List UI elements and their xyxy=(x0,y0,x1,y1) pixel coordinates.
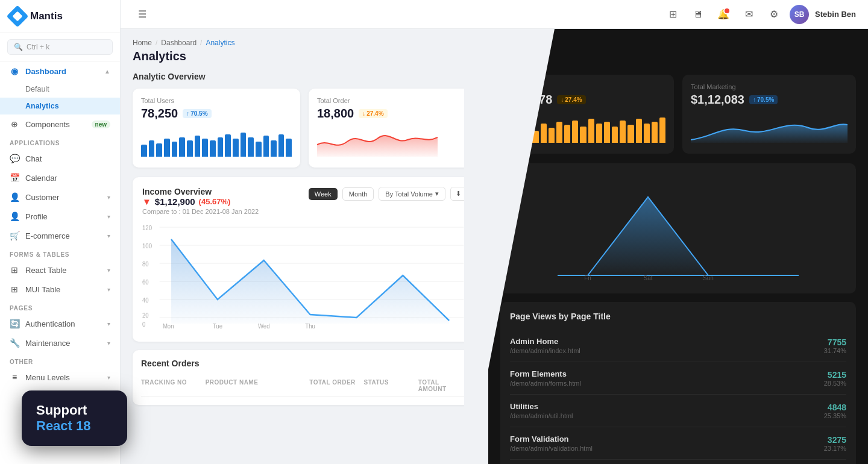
pv-percent-2: 25.35% xyxy=(824,412,846,419)
week-button[interactable]: Week xyxy=(309,188,338,200)
pv-right-0: 7755 31.74% xyxy=(824,337,846,354)
mail-icon[interactable]: ✉ xyxy=(739,5,758,24)
total-marketing-badge-value: 70.5% xyxy=(757,96,774,103)
col-product: Product Name xyxy=(206,379,305,392)
total-marketing-card: Total Marketing $1,12,083 ↑ 70.5% xyxy=(682,75,856,154)
dark-stats-spacer: Total Sales $35,078 ↓ 27.4% xyxy=(500,75,856,464)
sidebar-item-components[interactable]: ⊕ Components new xyxy=(0,114,120,134)
app-logo[interactable]: Mantis xyxy=(0,0,120,33)
grid-icon[interactable]: ⊞ xyxy=(663,5,682,24)
sidebar-item-auth[interactable]: 🔄 Authentication ▾ xyxy=(0,314,120,333)
chevron-down-icon: ▾ xyxy=(107,194,110,201)
stats-grid-light: Total Users 78,250 ↑ 70.5% Total Order xyxy=(133,89,476,168)
income-arrow-icon: ▼ xyxy=(142,196,151,207)
download-button[interactable]: ⬇ xyxy=(450,187,467,201)
recent-orders-title: Recent Orders xyxy=(141,359,468,368)
components-label: Components xyxy=(25,120,86,129)
svg-text:0: 0 xyxy=(142,321,146,328)
sidebar-item-chat[interactable]: 💬 Chat xyxy=(0,149,120,168)
mui-table-icon: ⊞ xyxy=(10,284,19,294)
auth-icon: 🔄 xyxy=(10,319,19,328)
pv-row-4: Modals /demo/admin/modals.html 3003 22.2… xyxy=(510,460,846,464)
sidebar-item-react-table[interactable]: ⊞ React Table ▾ xyxy=(0,260,120,280)
total-users-value-row: 78,250 ↑ 70.5% xyxy=(141,107,292,121)
sidebar-item-customer[interactable]: 👤 Customer ▾ xyxy=(0,187,120,207)
svg-text:60: 60 xyxy=(142,279,149,286)
topbar: ☰ ⊞ 🖥 🔔 ✉ ⚙ SB Stebin Ben xyxy=(121,0,868,29)
mui-table-label: MUI Table xyxy=(25,285,101,294)
chevron-down-icon-2: ▾ xyxy=(107,213,110,220)
sidebar-sub-default-label: Default xyxy=(25,85,49,93)
pv-name-3: Form Validation xyxy=(510,434,593,444)
pv-left-1: Form Elements /demo/admin/forms.html xyxy=(510,369,581,387)
ecommerce-icon: 🛒 xyxy=(10,231,19,240)
total-order-label: Total Order xyxy=(317,97,468,104)
income-percent: (45.67%) xyxy=(199,197,231,206)
svg-text:40: 40 xyxy=(142,297,149,304)
sidebar-item-mui-table[interactable]: ⊞ MUI Table ▾ xyxy=(0,280,120,299)
svg-text:100: 100 xyxy=(142,243,153,249)
applications-section-label: Applications xyxy=(0,134,120,149)
total-marketing-badge: ↑ 70.5% xyxy=(749,95,778,104)
settings-icon[interactable]: ⚙ xyxy=(764,5,784,24)
panel-light: Home / Dashboard / Analytics Analytics A… xyxy=(121,29,488,464)
dashboard-icon: ◉ xyxy=(10,66,19,76)
pv-right-3: 3275 23.17% xyxy=(824,435,846,452)
breadcrumb-home[interactable]: Home xyxy=(133,39,152,47)
pv-percent-3: 23.17% xyxy=(824,445,846,452)
dark-income-chart-card: Fri Sat Sun xyxy=(500,163,856,293)
income-line-chart: 120 100 80 60 40 20 0 xyxy=(142,221,467,330)
main-area: ☰ ⊞ 🖥 🔔 ✉ ⚙ SB Stebin Ben Home / Dashboa… xyxy=(121,0,868,464)
volume-button[interactable]: By Total Volume ▾ xyxy=(379,187,445,201)
pv-count-2: 4848 xyxy=(824,403,846,412)
total-order-chart xyxy=(317,127,438,157)
sidebar-item-ecommerce[interactable]: 🛒 E-commerce ▾ xyxy=(0,226,120,245)
breadcrumb-sep-1: / xyxy=(156,39,157,47)
notification-icon[interactable]: 🔔 xyxy=(714,5,733,24)
pv-right-1: 5215 28.53% xyxy=(824,370,846,387)
pv-row-3: Form Validation /demo/admin/validation.h… xyxy=(510,427,846,460)
arrow-down-icon: ↓ xyxy=(362,110,365,117)
sidebar-item-calendar[interactable]: 📅 Calendar xyxy=(0,168,120,187)
total-sales-value: $35,078 xyxy=(509,93,552,107)
pv-right-2: 4848 25.35% xyxy=(824,403,846,419)
search-box[interactable]: 🔍 Ctrl + k xyxy=(7,39,113,55)
svg-text:Tue: Tue xyxy=(213,323,223,330)
chevron-down-icon-8: ▾ xyxy=(107,374,110,381)
pv-left-3: Form Validation /demo/admin/validation.h… xyxy=(510,434,593,452)
calendar-label: Calendar xyxy=(25,174,110,183)
sidebar-item-profile[interactable]: 👤 Profile ▾ xyxy=(0,207,120,226)
maintenance-icon: 🔧 xyxy=(10,338,19,348)
breadcrumb-current: Analytics xyxy=(206,39,234,47)
analytic-overview-title: Analytic Overview xyxy=(133,72,476,81)
month-button[interactable]: Month xyxy=(342,187,374,201)
pv-path-0: /demo/admin/index.html xyxy=(510,347,580,354)
search-container: 🔍 Ctrl + k xyxy=(0,33,120,61)
income-value: $1,12,900 xyxy=(155,196,195,207)
support-popup[interactable]: Support React 18 xyxy=(22,390,127,446)
dark-stats-grid: Total Sales $35,078 ↓ 27.4% xyxy=(500,75,856,154)
pv-percent-0: 31.74% xyxy=(824,347,846,354)
avatar[interactable]: SB xyxy=(790,5,809,24)
menu-toggle-icon[interactable]: ☰ xyxy=(133,5,152,24)
monitor-icon[interactable]: 🖥 xyxy=(688,5,708,24)
support-subtitle: React 18 xyxy=(36,418,113,434)
sidebar-sub-analytics[interactable]: Analytics xyxy=(0,98,120,114)
pv-path-3: /demo/admin/validation.html xyxy=(510,445,593,452)
chevron-down-icon-v: ▾ xyxy=(435,190,439,198)
pv-path-2: /demo/admin/util.html xyxy=(510,412,573,419)
total-users-badge: ↑ 70.5% xyxy=(183,109,211,118)
pv-count-3: 3275 xyxy=(824,435,846,445)
sidebar-sub-default[interactable]: Default xyxy=(0,81,120,98)
breadcrumb-dashboard[interactable]: Dashboard xyxy=(161,39,197,47)
page-views-card: Page Views by Page Title Admin Home /dem… xyxy=(500,302,856,464)
sidebar-item-dashboard[interactable]: ◉ Dashboard ▲ xyxy=(0,61,120,81)
sidebar-item-menu-levels[interactable]: ≡ Menu Levels ▾ xyxy=(0,368,120,387)
components-icon: ⊕ xyxy=(10,119,19,129)
total-sales-value-row: $35,078 ↓ 27.4% xyxy=(509,93,665,107)
pv-count-0: 7755 xyxy=(824,337,846,347)
sidebar-item-maintenance[interactable]: 🔧 Maintenance ▾ xyxy=(0,333,120,353)
volume-label: By Total Volume xyxy=(385,190,433,198)
chevron-down-icon-7: ▾ xyxy=(107,340,110,346)
panel-dark: Total Sales $35,078 ↓ 27.4% xyxy=(488,29,868,464)
